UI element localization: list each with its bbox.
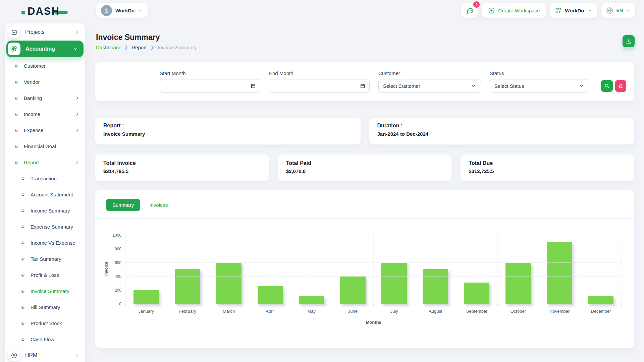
- sidebar-item-report[interactable]: Report: [5, 154, 85, 170]
- sidebar-item-hrm[interactable]: HRM: [5, 347, 85, 362]
- tab-invoices[interactable]: Invoices: [149, 202, 168, 208]
- sidebar-item-expense[interactable]: Expense: [5, 122, 85, 138]
- reset-button[interactable]: [615, 80, 626, 92]
- start-month-input[interactable]: --------- ----: [160, 79, 260, 93]
- bar-september[interactable]: [464, 283, 489, 304]
- sidebar-item-projects[interactable]: Projects: [5, 24, 85, 40]
- bullet-icon: [15, 113, 18, 116]
- total-paid-card: Total Paid $2,070.0: [278, 155, 452, 181]
- x-tick-label: July: [374, 309, 415, 314]
- x-tick-mark: [332, 304, 374, 306]
- sidebar-item-cash-flow[interactable]: Cash Flow: [5, 331, 85, 347]
- bar-october[interactable]: [505, 263, 531, 304]
- customer-select[interactable]: Select Customer: [378, 79, 481, 93]
- sidebar-item-product-stock[interactable]: Product Stock: [5, 315, 85, 331]
- globe-icon: [606, 7, 613, 14]
- create-workspace-button[interactable]: Create Workspace: [482, 3, 546, 18]
- x-tick-label: September: [456, 309, 497, 314]
- calendar-icon[interactable]: [251, 83, 256, 88]
- chevron-right-icon: [75, 96, 80, 101]
- bar-group-january: [125, 233, 167, 304]
- sidebar-item-tax-summary[interactable]: Tax Summary: [5, 251, 85, 267]
- total-invoice-card: Total Invoice $314,795.5: [95, 155, 269, 181]
- sidebar-item-income-summary[interactable]: Income Summary: [5, 202, 85, 219]
- bullet-icon: [21, 338, 24, 341]
- total-due-value: $312,725.5: [469, 168, 626, 174]
- x-tick-mark: [167, 304, 208, 306]
- bar-group-february: [167, 233, 208, 304]
- sidebar-item-expense-summary[interactable]: Expense Summary: [5, 219, 85, 235]
- sidebar-item-financial-goal[interactable]: Financial Goal: [5, 138, 85, 154]
- chart-tabs: Summary Invoices: [95, 190, 634, 211]
- x-tick-label: June: [332, 309, 373, 314]
- sidebar-item-label: Accounting: [25, 46, 73, 52]
- sidebar-item-income[interactable]: Income: [5, 106, 85, 122]
- x-tick-label: November: [539, 309, 580, 314]
- bullet-icon: [15, 97, 18, 100]
- chevron-right-icon: [75, 128, 80, 133]
- tab-summary[interactable]: Summary: [106, 199, 140, 211]
- sidebar-item-customer[interactable]: Customer: [5, 58, 85, 74]
- sidebar-item-label: HRM: [25, 352, 75, 358]
- bar-group-august: [415, 233, 456, 304]
- customer-label: Customer: [378, 70, 481, 76]
- sidebar-item-label: Projects: [25, 29, 75, 35]
- status-select[interactable]: Select Status: [490, 79, 589, 93]
- sidebar-item-label: Income: [24, 111, 75, 117]
- workspace-switcher[interactable]: WorkDo: [550, 3, 597, 18]
- language-selector[interactable]: EN: [601, 3, 635, 18]
- bar-group-may: [291, 233, 332, 304]
- sidebar-item-label: Bill Summary: [31, 304, 80, 310]
- chevron-right-icon: ❯: [150, 45, 154, 50]
- messages-button[interactable]: 0: [461, 3, 478, 18]
- bar-group-june: [332, 233, 374, 304]
- bar-may[interactable]: [299, 296, 324, 304]
- eraser-icon: [618, 83, 624, 88]
- bar-march[interactable]: [216, 263, 241, 304]
- x-tick-mark: [498, 304, 539, 306]
- sidebar-item-label: Expense: [24, 127, 75, 133]
- sidebar-item-vendor[interactable]: Vendor: [5, 74, 85, 90]
- sidebar-item-transaction[interactable]: Transaction: [5, 170, 85, 186]
- x-tick-mark: [125, 304, 167, 306]
- sidebar-item-label: Income Vs Expense: [31, 240, 80, 246]
- bullet-icon: [21, 225, 24, 228]
- bullet-icon: [21, 241, 24, 244]
- sidebar-item-account-statement[interactable]: Account Statement: [5, 186, 85, 202]
- plus-circle-icon: [488, 7, 495, 14]
- chevron-right-icon: [75, 353, 80, 358]
- bar-august[interactable]: [423, 269, 448, 304]
- calendar-icon[interactable]: [360, 83, 365, 88]
- breadcrumb-report[interactable]: Report: [131, 45, 147, 50]
- bar-january[interactable]: [133, 290, 159, 304]
- total-paid-value: $2,070.0: [286, 168, 444, 174]
- breadcrumb-current: Invoice Summary: [158, 45, 197, 50]
- sidebar-item-income-vs-expense[interactable]: Income Vs Expense: [5, 235, 85, 251]
- download-button[interactable]: [623, 35, 635, 47]
- create-workspace-label: Create Workspace: [498, 8, 540, 13]
- sidebar-item-label: Cash Flow: [31, 337, 80, 342]
- bullet-icon: [21, 177, 24, 180]
- sidebar-item-banking[interactable]: Banking: [5, 90, 85, 106]
- bar-february[interactable]: [175, 269, 200, 304]
- sidebar-item-invoice-summary[interactable]: Invoice Summary: [5, 283, 85, 299]
- bar-april[interactable]: [258, 286, 283, 304]
- breadcrumb-dashboard[interactable]: Dashboard: [96, 45, 120, 50]
- bar-july[interactable]: [381, 263, 407, 304]
- x-axis-title: Months: [125, 320, 622, 325]
- sidebar-item-accounting[interactable]: Accounting: [6, 41, 84, 57]
- bar-june[interactable]: [340, 277, 366, 304]
- search-button[interactable]: [601, 80, 613, 92]
- y-tick-label: 1000: [112, 233, 121, 238]
- download-icon: [626, 38, 632, 45]
- sidebar-item-bill-summary[interactable]: Bill Summary: [5, 299, 85, 315]
- sidebar-item-profit-loss[interactable]: Profit & Loss: [5, 267, 85, 283]
- bar-group-july: [374, 233, 415, 304]
- y-axis-title: Invoice: [104, 262, 109, 276]
- gridline: [125, 290, 622, 290]
- end-month-input[interactable]: --------- ----: [269, 79, 370, 93]
- workspace-selector[interactable]: WorkDo: [96, 3, 148, 18]
- bar-november[interactable]: [547, 242, 572, 304]
- bar-december[interactable]: [588, 296, 613, 304]
- x-tick-mark: [456, 304, 497, 306]
